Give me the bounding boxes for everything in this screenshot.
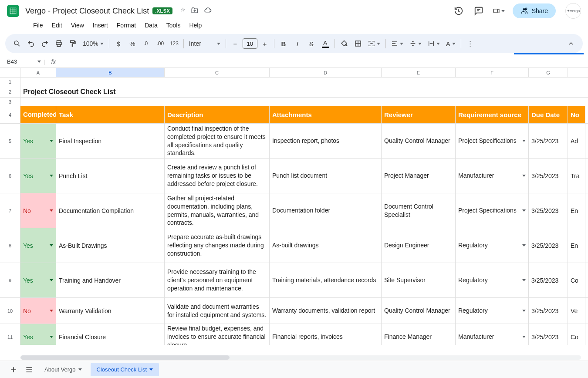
halign-icon[interactable] bbox=[389, 37, 406, 50]
description-cell[interactable]: Gather all project-related documentation… bbox=[165, 193, 270, 228]
completed-cell[interactable]: Yes bbox=[20, 124, 56, 158]
row-header[interactable]: 4 bbox=[0, 106, 20, 123]
redo-icon[interactable] bbox=[38, 37, 51, 50]
header-cell[interactable]: Due Date bbox=[529, 106, 568, 123]
increase-font-icon[interactable]: + bbox=[258, 37, 271, 50]
menu-edit[interactable]: Edit bbox=[48, 21, 66, 31]
row-header[interactable]: 3 bbox=[0, 98, 20, 106]
menu-data[interactable]: Data bbox=[141, 21, 161, 31]
menu-help[interactable]: Help bbox=[186, 21, 205, 31]
select-all-corner[interactable] bbox=[0, 68, 20, 77]
col-header[interactable]: C bbox=[165, 68, 270, 77]
task-cell[interactable]: Warranty Validation bbox=[56, 298, 165, 324]
completed-cell[interactable]: No bbox=[20, 193, 56, 228]
row-header[interactable]: 10 bbox=[0, 298, 20, 324]
print-icon[interactable] bbox=[52, 37, 65, 50]
attachments-cell[interactable]: Punch list document bbox=[270, 159, 382, 193]
header-cell[interactable]: No bbox=[568, 106, 585, 123]
wrap-icon[interactable] bbox=[425, 37, 443, 50]
col-header[interactable]: E bbox=[382, 68, 456, 77]
reviewer-cell[interactable]: Document Control Specialist bbox=[382, 193, 456, 228]
decrease-decimal-icon[interactable]: .0 bbox=[140, 37, 153, 50]
bold-icon[interactable]: B bbox=[277, 37, 290, 50]
meet-button[interactable] bbox=[493, 5, 505, 17]
menu-tools[interactable]: Tools bbox=[163, 21, 184, 31]
comments-icon[interactable] bbox=[473, 5, 485, 17]
requirement-cell[interactable]: Regulatory bbox=[456, 298, 529, 324]
sheet-tab-about[interactable]: About Vergo bbox=[38, 363, 88, 376]
description-cell[interactable]: Prepare accurate as-built drawings refle… bbox=[165, 228, 270, 263]
account-avatar[interactable]: ✦vergo bbox=[565, 3, 581, 19]
due-date-cell[interactable]: 3/25/2023 bbox=[529, 193, 568, 228]
requirement-cell[interactable]: Manufacturer bbox=[456, 159, 529, 193]
task-cell[interactable]: Training and Handover bbox=[56, 263, 165, 297]
borders-icon[interactable] bbox=[351, 37, 365, 50]
description-cell[interactable]: Provide necessary training to the client… bbox=[165, 263, 270, 297]
completed-cell[interactable]: Yes bbox=[20, 263, 56, 297]
increase-decimal-icon[interactable]: .00 bbox=[154, 37, 167, 50]
horizontal-scrollbar[interactable] bbox=[20, 354, 581, 361]
header-cell[interactable]: Description bbox=[165, 106, 270, 123]
menu-file[interactable]: File bbox=[30, 21, 47, 31]
italic-icon[interactable]: I bbox=[291, 37, 304, 50]
attachments-cell[interactable]: As-built drawings bbox=[270, 228, 382, 263]
due-date-cell[interactable]: 3/25/2023 bbox=[529, 324, 568, 345]
reviewer-cell[interactable]: Quality Control Manager bbox=[382, 298, 456, 324]
requirement-cell[interactable]: Project Specifications bbox=[456, 124, 529, 158]
add-sheet-icon[interactable] bbox=[7, 363, 20, 376]
sheets-logo[interactable] bbox=[4, 2, 22, 20]
row-header[interactable]: 11 bbox=[0, 324, 20, 345]
row-header[interactable]: 5 bbox=[0, 124, 20, 158]
more-formats-icon[interactable]: 123 bbox=[168, 37, 181, 50]
formula-input[interactable] bbox=[56, 56, 588, 68]
completed-cell[interactable]: Yes bbox=[20, 228, 56, 263]
attachments-cell[interactable]: Financial reports, invoices bbox=[270, 324, 382, 345]
header-cell[interactable]: Completed bbox=[20, 106, 56, 123]
all-sheets-icon[interactable] bbox=[23, 363, 36, 376]
name-box[interactable]: B43 bbox=[4, 58, 44, 65]
move-icon[interactable] bbox=[191, 7, 199, 16]
notes-cell[interactable]: Tra bbox=[568, 159, 585, 193]
notes-cell[interactable]: Ad bbox=[568, 124, 585, 158]
search-icon[interactable] bbox=[10, 37, 24, 50]
notes-cell[interactable]: Co bbox=[568, 324, 585, 345]
due-date-cell[interactable]: 3/25/2023 bbox=[529, 159, 568, 193]
task-cell[interactable]: Punch List bbox=[56, 159, 165, 193]
reviewer-cell[interactable]: Design Engineer bbox=[382, 228, 456, 263]
rotate-icon[interactable]: A bbox=[443, 37, 458, 50]
undo-icon[interactable] bbox=[24, 37, 37, 50]
due-date-cell[interactable]: 3/25/2023 bbox=[529, 124, 568, 158]
percent-icon[interactable]: % bbox=[126, 37, 139, 50]
text-color-icon[interactable]: A bbox=[319, 37, 332, 50]
reviewer-cell[interactable]: Project Manager bbox=[382, 159, 456, 193]
notes-cell[interactable]: En bbox=[568, 193, 585, 228]
font-size-input[interactable]: 10 bbox=[243, 38, 257, 49]
menu-insert[interactable]: Insert bbox=[89, 21, 112, 31]
header-cell[interactable]: Reviewer bbox=[382, 106, 456, 123]
task-cell[interactable]: As-Built Drawings bbox=[56, 228, 165, 263]
row-header[interactable]: 8 bbox=[0, 228, 20, 263]
col-header[interactable]: D bbox=[270, 68, 382, 77]
reviewer-cell[interactable]: Quality Control Manager bbox=[382, 124, 456, 158]
attachments-cell[interactable]: Inspection report, photos bbox=[270, 124, 382, 158]
col-header[interactable]: G bbox=[529, 68, 568, 77]
attachments-cell[interactable]: Warranty documents, validation report bbox=[270, 298, 382, 324]
requirement-cell[interactable]: Project Specifications bbox=[456, 193, 529, 228]
currency-icon[interactable]: $ bbox=[112, 37, 125, 50]
description-cell[interactable]: Review final budget, expenses, and invoi… bbox=[165, 324, 270, 345]
due-date-cell[interactable]: 3/25/2023 bbox=[529, 263, 568, 297]
reviewer-cell[interactable]: Finance Manager bbox=[382, 324, 456, 345]
row-header[interactable]: 9 bbox=[0, 263, 20, 297]
cloud-status-icon[interactable] bbox=[204, 7, 212, 16]
document-title[interactable]: Vergo - Project Closeout Check List bbox=[25, 7, 149, 16]
attachments-cell[interactable]: Documentation folder bbox=[270, 193, 382, 228]
star-icon[interactable]: ☆ bbox=[180, 7, 186, 16]
description-cell[interactable]: Conduct final inspection of the complete… bbox=[165, 124, 270, 158]
completed-cell[interactable]: Yes bbox=[20, 324, 56, 345]
menu-view[interactable]: View bbox=[68, 21, 88, 31]
sheet-title-cell[interactable]: Project Closeout Check List bbox=[20, 86, 588, 97]
more-tools-icon[interactable]: ⋮ bbox=[464, 37, 477, 50]
col-header[interactable]: B bbox=[56, 68, 165, 77]
header-cell[interactable]: Requirement source bbox=[456, 106, 529, 123]
requirement-cell[interactable]: Regulatory bbox=[456, 228, 529, 263]
